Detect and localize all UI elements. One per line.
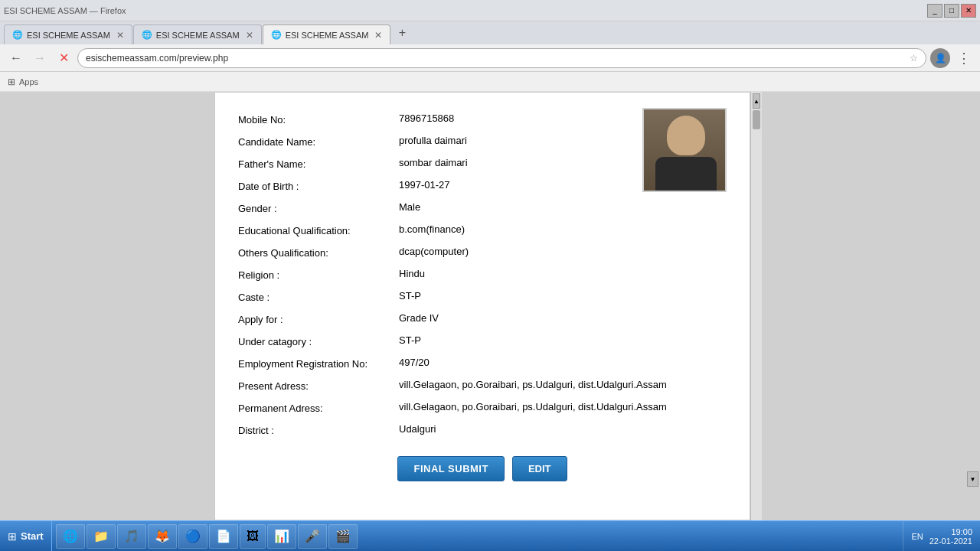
scrollbar[interactable]: ▲ ▼ (750, 92, 762, 520)
refresh-button[interactable]: ✕ (54, 48, 74, 68)
value-category: ST-P (399, 334, 727, 346)
left-space (0, 92, 214, 520)
label-district: District : (238, 423, 399, 436)
field-district: District : Udalguri (238, 419, 727, 441)
value-permanent-address: vill.Gelagaon, po.Goraibari, ps.Udalguri… (399, 401, 727, 412)
taskbar-app-word[interactable]: 📄 (209, 524, 238, 549)
taskbar-app-excel[interactable]: 📊 (267, 524, 296, 549)
apps-grid-icon: ⊞ (8, 77, 15, 87)
close-button[interactable]: ✕ (961, 4, 976, 18)
field-fathers-name: Father's Name: sombar daimari (238, 152, 616, 174)
profile-button[interactable]: 👤 (930, 48, 950, 68)
taskbar-app-media[interactable]: 🎵 (117, 524, 146, 549)
value-emp-reg: 497/20 (399, 357, 727, 368)
label-fathers-name: Father's Name: (238, 157, 399, 170)
windows-icon: ⊞ (8, 530, 17, 543)
value-dob: 1997-01-27 (399, 179, 616, 191)
excel-icon: 📊 (274, 529, 289, 543)
tab-favicon-1: 🌐 (12, 30, 23, 40)
photo-icon: 🖼 (247, 530, 259, 543)
label-dob: Date of Birth : (238, 179, 399, 192)
menu-button[interactable]: ⋮ (954, 48, 974, 68)
label-emp-reg: Employment Registration No: (238, 357, 399, 370)
value-religion: Hindu (399, 268, 727, 279)
video-icon: 🎬 (335, 529, 351, 543)
apps-label: Apps (19, 77, 38, 86)
bookmark-star-icon[interactable]: ☆ (910, 53, 918, 64)
forward-button[interactable]: → (30, 48, 50, 68)
taskbar-app-chrome[interactable]: 🔵 (178, 524, 207, 549)
candidate-photo (642, 108, 727, 192)
tab-1[interactable]: 🌐 ESI SCHEME ASSAM ✕ (4, 24, 132, 44)
media-icon: 🎵 (124, 529, 139, 543)
tab-close-2[interactable]: ✕ (246, 30, 253, 41)
mic-icon: 🎤 (305, 529, 320, 543)
taskbar-app-photo[interactable]: 🖼 (240, 524, 266, 549)
browser-window: ESI SCHEME ASSAM — Firefox _ □ ✕ 🌐 ESI S… (0, 0, 980, 520)
label-candidate-name: Candidate Name: (238, 135, 399, 148)
action-buttons: FINAL SUBMIT EDIT (238, 456, 727, 489)
tab-close-3[interactable]: ✕ (374, 30, 382, 41)
back-button[interactable]: ← (6, 48, 26, 68)
tab-3[interactable]: 🌐 ESI SCHEME ASSAM ✕ (263, 24, 391, 44)
field-caste: Caste : ST-P (238, 285, 727, 308)
window-controls: _ □ ✕ (927, 4, 976, 18)
taskbar-app-ie[interactable]: 🌐 (56, 524, 85, 549)
field-permanent-address: Permanent Adress: vill.Gelagaon, po.Gora… (238, 396, 727, 419)
apps-bookmark[interactable]: ⊞ Apps (8, 77, 38, 87)
bookmark-bar: ⊞ Apps (0, 72, 980, 92)
start-button[interactable]: ⊞ Start (0, 521, 52, 551)
language-indicator: EN (911, 532, 923, 541)
field-candidate-name: Candidate Name: profulla daimari (238, 130, 616, 152)
edit-button[interactable]: EDIT (512, 456, 567, 481)
nav-bar: ← → ✕ esischemeassam.com/preview.php ☆ 👤… (0, 44, 980, 72)
value-apply-for: Grade IV (399, 312, 727, 324)
tab-favicon-3: 🌐 (271, 30, 282, 40)
form-container: Mobile No: 7896715868 Candidate Name: pr… (214, 92, 750, 520)
photo-container (627, 108, 727, 192)
address-bar[interactable]: esischemeassam.com/preview.php ☆ (77, 48, 926, 68)
word-icon: 📄 (216, 529, 231, 543)
label-present-address: Present Adress: (238, 379, 399, 392)
taskbar-app-firefox[interactable]: 🦊 (148, 524, 177, 549)
taskbar-app-video[interactable]: 🎬 (328, 524, 358, 549)
label-permanent-address: Permanent Adress: (238, 401, 399, 414)
field-present-address: Present Adress: vill.Gelagaon, po.Goraib… (238, 374, 727, 396)
chrome-icon: 🔵 (185, 529, 201, 543)
taskbar: ⊞ Start 🌐 📁 🎵 🦊 🔵 📄 🖼 📊 🎤 (0, 520, 980, 551)
taskbar-app-folder[interactable]: 📁 (87, 524, 116, 549)
taskbar-time: 19:00 22-01-2021 (929, 527, 972, 546)
tab-close-1[interactable]: ✕ (116, 30, 124, 41)
field-mobile: Mobile No: 7896715868 (238, 108, 616, 130)
label-apply-for: Apply for : (238, 312, 399, 325)
right-space (762, 92, 980, 520)
field-emp-reg: Employment Registration No: 497/20 (238, 352, 727, 374)
field-category: Under catagory : ST-P (238, 330, 727, 352)
tab-label-1: ESI SCHEME ASSAM (27, 31, 110, 40)
new-tab-button[interactable]: + (394, 24, 410, 41)
label-edu-qual: Educational Qualification: (238, 223, 399, 236)
folder-icon: 📁 (93, 529, 109, 543)
field-edu-qual: Educational Qualification: b.com(finance… (238, 219, 727, 241)
taskbar-apps: 🌐 📁 🎵 🦊 🔵 📄 🖼 📊 🎤 🎬 (52, 521, 903, 551)
ie-icon: 🌐 (63, 529, 78, 543)
minimize-button[interactable]: _ (927, 4, 942, 18)
window-title: ESI SCHEME ASSAM — Firefox (4, 6, 126, 15)
maximize-button[interactable]: □ (944, 4, 959, 18)
value-district: Udalguri (399, 423, 727, 435)
taskbar-right: EN 19:00 22-01-2021 (903, 521, 980, 551)
field-gender: Gender : Male (238, 197, 616, 219)
tab-2[interactable]: 🌐 ESI SCHEME ASSAM ✕ (133, 24, 262, 44)
value-other-qual: dcap(computer) (399, 246, 727, 257)
page-content: Mobile No: 7896715868 Candidate Name: pr… (0, 92, 980, 520)
field-other-qual: Others Qualification: dcap(computer) (238, 241, 727, 263)
taskbar-app-mic[interactable]: 🎤 (298, 524, 327, 549)
label-mobile: Mobile No: (238, 112, 399, 126)
label-other-qual: Others Qualification: (238, 246, 399, 259)
url-text: esischemeassam.com/preview.php (86, 53, 906, 64)
firefox-icon: 🦊 (155, 529, 170, 543)
value-candidate-name: profulla daimari (399, 135, 616, 146)
value-mobile: 7896715868 (399, 112, 616, 124)
final-submit-button[interactable]: FINAL SUBMIT (397, 456, 504, 481)
tab-bar: 🌐 ESI SCHEME ASSAM ✕ 🌐 ESI SCHEME ASSAM … (0, 21, 980, 44)
